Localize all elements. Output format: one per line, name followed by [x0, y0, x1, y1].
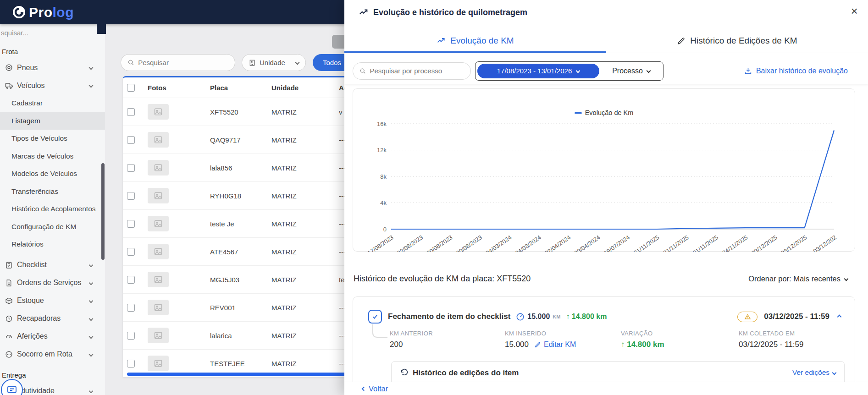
vehicle-photo-placeholder: [148, 160, 169, 176]
sidebar-item-label: Marcas de Veículos: [11, 152, 73, 160]
x-axis-label: 24/11/2025: [721, 234, 749, 252]
table-row[interactable]: RYH0G18MATRIZ---: [123, 181, 352, 209]
cell-unidade: MATRIZ: [271, 108, 339, 116]
cell-unidade: MATRIZ: [271, 136, 339, 144]
sidebar-item-historico-de-acoplamentos[interactable]: Histórico de Acoplamentos: [0, 200, 105, 218]
row-checkbox[interactable]: [127, 304, 135, 312]
chevron-down-icon: [89, 280, 94, 285]
event-km-badge: 15.000 KM: [516, 313, 560, 321]
row-checkbox[interactable]: [127, 220, 135, 228]
odometer-icon: [516, 313, 525, 321]
process-search-field[interactable]: [353, 62, 471, 80]
tab-evolucao-km[interactable]: Evolução de KM: [344, 25, 606, 53]
event-detail-fields: KM ANTERIOR 200 KM INSERIDO 15.000 Edita…: [353, 330, 855, 357]
sidebar-item-socorro-em-rota[interactable]: Socorro em Rota: [0, 346, 105, 363]
vehicle-search-input[interactable]: [138, 59, 228, 66]
vehicle-search-field[interactable]: [121, 54, 235, 71]
warning-badge[interactable]: [737, 312, 757, 322]
horizontal-scrollbar[interactable]: [127, 373, 348, 376]
cell-placa: QAQ9717: [210, 136, 271, 144]
row-checkbox[interactable]: [127, 192, 135, 200]
ver-edicoes-link[interactable]: Ver edições: [792, 368, 836, 377]
download-history-link[interactable]: Baixar histórico de evolução: [744, 66, 848, 75]
checklist-icon: [5, 261, 13, 269]
sidebar-item-tipos-de-veiculos[interactable]: Tipos de Veículos: [0, 130, 105, 148]
sidebar-item-estoque[interactable]: Estoque: [0, 292, 105, 310]
sidebar-item-listagem[interactable]: Listagem: [0, 112, 105, 130]
unit-filter-dropdown[interactable]: Unidade: [242, 54, 306, 71]
sidebar-section-frota: Frota: [0, 44, 105, 59]
close-icon[interactable]: ×: [847, 4, 862, 18]
x-axis-label: 30/08/2023: [455, 234, 483, 252]
row-checkbox[interactable]: [127, 164, 135, 172]
back-button[interactable]: Voltar: [362, 384, 388, 393]
process-dropdown[interactable]: Processo: [599, 67, 663, 75]
table-row[interactable]: QAQ9717MATRIZ---: [123, 126, 352, 154]
edit-km-link[interactable]: Editar KM: [534, 340, 576, 349]
sidebar-scrollbar[interactable]: [101, 163, 105, 260]
row-checkbox[interactable]: [127, 360, 135, 368]
sidebar: squisar... FrotaPneusVeículosCadastrarLi…: [0, 24, 105, 395]
field-variacao: VARIAÇÃO ↑ 14.800 km: [621, 330, 664, 349]
vehicle-photo-placeholder: [148, 216, 169, 231]
x-axis-label: 03/12/2025: [750, 234, 779, 252]
sidebar-item-marcas-de-veiculos[interactable]: Marcas de Veículos: [0, 148, 105, 165]
collapse-toggle[interactable]: [836, 313, 843, 320]
table-row[interactable]: REV001MATRIZ---: [123, 293, 352, 321]
sidebar-item-relatorios[interactable]: Relatórios: [0, 236, 105, 253]
modal-header: Evolução e histórico de quilometragem ×: [344, 0, 868, 25]
sidebar-item-label: Estoque: [17, 296, 44, 305]
prolog-logo-icon: [12, 5, 26, 19]
table-body: XFT5520MATRIZvQAQ9717MATRIZ---lala856MAT…: [123, 98, 352, 377]
x-axis-label: 03/04/2024: [573, 234, 602, 252]
x-axis-label: 21/11/2025: [632, 234, 660, 252]
sidebar-collapse-stub[interactable]: [97, 24, 106, 34]
sidebar-search-input[interactable]: squisar...: [0, 24, 105, 40]
x-axis-label: 03/12/202: [812, 234, 838, 252]
sidebar-item-ordens-de-servicos[interactable]: Ordens de Serviços: [0, 274, 105, 292]
sidebar-item-cadastrar[interactable]: Cadastrar: [0, 94, 105, 112]
table-row[interactable]: XFT5520MATRIZv: [123, 98, 352, 126]
table-row[interactable]: MGJ5J03MATRIZte: [123, 265, 352, 293]
table-row[interactable]: teste JeMATRIZ---: [123, 209, 352, 237]
row-checkbox[interactable]: [127, 108, 135, 116]
row-checkbox[interactable]: [127, 276, 135, 284]
sidebar-item-pneus[interactable]: Pneus: [0, 59, 105, 77]
event-title: Fechamento de item do checklist: [388, 312, 510, 321]
field-km-inserido: KM INSERIDO 15.000 Editar KM: [505, 330, 576, 349]
km-event-card: Fechamento de item do checklist 15.000 K…: [353, 296, 855, 395]
editions-title: Histórico de edições do item: [413, 368, 519, 378]
field-km-coletado: KM COLETADO EM 03/12/2025 - 11:59: [739, 330, 803, 349]
process-search-input[interactable]: [370, 67, 464, 75]
row-checkbox[interactable]: [127, 136, 135, 144]
sidebar-item-checklist[interactable]: Checklist: [0, 256, 105, 274]
cell-unidade: MATRIZ: [271, 332, 339, 340]
select-all-checkbox[interactable]: [127, 84, 135, 92]
search-icon: [127, 59, 134, 66]
row-checkbox[interactable]: [127, 248, 135, 256]
table-row[interactable]: lala856MATRIZ---: [123, 154, 352, 181]
chevron-down-icon: [832, 370, 837, 375]
tab-historico-edicoes[interactable]: Histórico de Edições de KM: [606, 25, 868, 53]
prolog-logo[interactable]: Prolog: [12, 5, 74, 20]
sidebar-item-transferencias[interactable]: Transferências: [0, 183, 105, 201]
vehicle-photo-placeholder: [148, 328, 169, 343]
row-checkbox[interactable]: [127, 332, 135, 340]
cell-unidade: MATRIZ: [271, 164, 339, 172]
document-icon: [5, 279, 13, 287]
vehicle-photo-placeholder: [148, 132, 169, 148]
sidebar-item-modelos-de-veiculos[interactable]: Modelos de Veículos: [0, 165, 105, 183]
sidebar-item-label: Histórico de Acoplamentos: [11, 205, 96, 213]
sidebar-item-veiculos[interactable]: Veículos: [0, 77, 105, 94]
sidebar-item-configuracao-de-km[interactable]: Configuração de KM: [0, 218, 105, 236]
pencil-icon: [534, 341, 541, 348]
unit-icon: [249, 59, 256, 66]
table-row[interactable]: lalaricaMATRIZ---: [123, 321, 352, 349]
sidebar-item-recapadoras[interactable]: Recapadoras: [0, 310, 105, 328]
date-range-picker[interactable]: 17/08/2023 - 13/01/2026: [477, 64, 599, 78]
field-km-anterior: KM ANTERIOR 200: [390, 330, 433, 349]
sort-dropdown[interactable]: Ordenar por: Mais recentes: [748, 274, 848, 283]
sidebar-item-afericoes[interactable]: Aferições: [0, 328, 105, 346]
table-row[interactable]: ATE4567MATRIZ---: [123, 237, 352, 265]
date-process-filter-group: 17/08/2023 - 13/01/2026 Processo: [475, 61, 663, 81]
